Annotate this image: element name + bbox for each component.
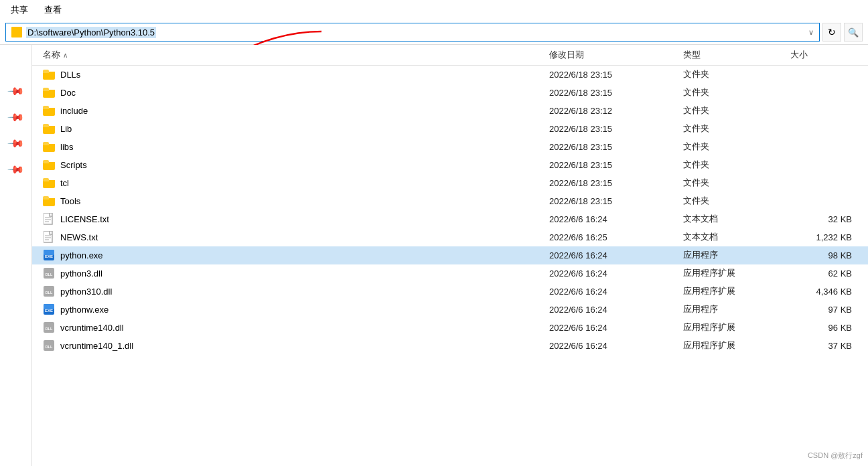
table-row[interactable]: DLL vcruntime140.dll 2022/6/6 16:24 应用程序…: [32, 319, 868, 337]
file-type: 文件夹: [683, 195, 790, 207]
column-header-name[interactable]: 名称 ∧: [43, 49, 549, 61]
table-row[interactable]: DLL vcruntime140_1.dll 2022/6/6 16:24 应用…: [32, 337, 868, 355]
svg-text:DLL: DLL: [46, 327, 53, 331]
file-type: 文件夹: [683, 68, 790, 80]
table-row[interactable]: EXE python.exe 2022/6/6 16:24 应用程序 98 KB: [32, 246, 868, 264]
column-header-size[interactable]: 大小: [790, 49, 857, 61]
menu-bar: 共享 查看: [0, 0, 868, 20]
svg-text:EXE: EXE: [45, 254, 53, 258]
refresh-icon: ↻: [828, 27, 836, 37]
file-date: 2022/6/6 16:24: [549, 305, 683, 315]
sort-arrow-icon: ∧: [63, 52, 68, 59]
svg-text:DLL: DLL: [46, 291, 53, 295]
file-name-cell: EXE python.exe: [43, 249, 549, 261]
file-list-container[interactable]: 名称 ∧ 修改日期 类型 大小 DLLs 2022/6/18 23:15: [32, 45, 868, 466]
table-row[interactable]: DLLs 2022/6/18 23:15 文件夹: [32, 66, 868, 84]
file-type: 文件夹: [683, 159, 790, 171]
file-size: 37 KB: [790, 341, 857, 351]
svg-text:DLL: DLL: [46, 273, 53, 277]
file-size: 97 KB: [790, 305, 857, 315]
file-date: 2022/6/6 16:24: [549, 214, 683, 224]
chevron-down-icon[interactable]: ∨: [808, 28, 814, 37]
file-date: 2022/6/18 23:15: [549, 142, 683, 152]
table-row[interactable]: libs 2022/6/18 23:15 文件夹: [32, 138, 868, 156]
file-name-cell: DLL python310.dll: [43, 285, 549, 297]
file-size: 98 KB: [790, 250, 857, 260]
file-type: 文件夹: [683, 177, 790, 189]
dll-file-icon: DLL: [43, 339, 55, 352]
file-name-cell: tcl: [43, 177, 549, 188]
file-name-cell: DLL vcruntime140_1.dll: [43, 339, 549, 352]
file-name-cell: NEWS.txt: [43, 231, 549, 243]
txt-file-icon: [43, 231, 55, 243]
search-icon: 🔍: [848, 27, 859, 37]
address-text: D:\software\Python\Python3.10.5: [26, 27, 156, 38]
file-type: 文件夹: [683, 104, 790, 116]
folder-icon: [43, 159, 55, 170]
table-row[interactable]: NEWS.txt 2022/6/6 16:25 文本文档 1,232 KB: [32, 228, 868, 246]
file-name: python.exe: [60, 250, 103, 260]
file-date: 2022/6/6 16:24: [549, 341, 683, 351]
file-size: 62 KB: [790, 268, 857, 279]
file-name: Doc: [60, 88, 76, 98]
file-list-header: 名称 ∧ 修改日期 类型 大小: [32, 45, 868, 66]
file-name-cell: DLLs: [43, 69, 549, 80]
file-name-cell: Lib: [43, 123, 549, 134]
table-row[interactable]: Doc 2022/6/18 23:15 文件夹: [32, 84, 868, 102]
menu-share[interactable]: 共享: [8, 3, 31, 17]
file-date: 2022/6/18 23:15: [549, 88, 683, 98]
file-name: Scripts: [60, 160, 87, 170]
column-header-date[interactable]: 修改日期: [549, 49, 683, 61]
pin-icon-3[interactable]: 📌: [7, 135, 25, 153]
file-type: 应用程序扩展: [683, 339, 790, 352]
refresh-button[interactable]: ↻: [822, 23, 841, 42]
svg-text:DLL: DLL: [46, 345, 53, 349]
column-header-type[interactable]: 类型: [683, 49, 790, 61]
file-date: 2022/6/18 23:12: [549, 106, 683, 116]
file-size: 4,346 KB: [790, 287, 857, 297]
file-size: 96 KB: [790, 323, 857, 333]
folder-icon: [43, 196, 55, 206]
file-name: vcruntime140.dll: [60, 323, 124, 333]
file-rows: DLLs 2022/6/18 23:15 文件夹 Doc 2022/6/18 2…: [32, 66, 868, 355]
file-size: 1,232 KB: [790, 232, 857, 242]
pin-icon-4[interactable]: 📌: [7, 161, 25, 179]
file-name-cell: DLL vcruntime140.dll: [43, 321, 549, 333]
file-explorer-window: 共享 查看 D:\software\Python\Python3.10.5 ∨ …: [0, 0, 868, 466]
file-name: include: [60, 106, 88, 116]
table-row[interactable]: LICENSE.txt 2022/6/6 16:24 文本文档 32 KB: [32, 210, 868, 228]
table-row[interactable]: Tools 2022/6/18 23:15 文件夹: [32, 192, 868, 210]
file-name-cell: Doc: [43, 87, 549, 98]
address-bar[interactable]: D:\software\Python\Python3.10.5 ∨: [5, 23, 820, 42]
table-row[interactable]: tcl 2022/6/18 23:15 文件夹: [32, 174, 868, 192]
exe-file-icon: EXE: [43, 249, 55, 261]
file-date: 2022/6/6 16:24: [549, 287, 683, 297]
pin-icon-1[interactable]: 📌: [7, 82, 25, 101]
search-button[interactable]: 🔍: [844, 23, 863, 42]
address-bar-row: D:\software\Python\Python3.10.5 ∨ ↻ 🔍: [0, 20, 868, 45]
txt-file-icon: [43, 213, 55, 225]
table-row[interactable]: DLL python3.dll 2022/6/6 16:24 应用程序扩展 62…: [32, 264, 868, 283]
file-type: 文本文档: [683, 213, 790, 225]
file-name-cell: include: [43, 105, 549, 116]
file-type: 应用程序扩展: [683, 285, 790, 297]
table-row[interactable]: Scripts 2022/6/18 23:15 文件夹: [32, 156, 868, 174]
exe-file-icon: EXE: [43, 303, 55, 315]
table-row[interactable]: Lib 2022/6/18 23:15 文件夹: [32, 120, 868, 138]
table-row[interactable]: DLL python310.dll 2022/6/6 16:24 应用程序扩展 …: [32, 283, 868, 301]
folder-icon: [43, 69, 55, 80]
pin-icon-2[interactable]: 📌: [7, 108, 25, 127]
file-name-cell: LICENSE.txt: [43, 213, 549, 225]
table-row[interactable]: include 2022/6/18 23:12 文件夹: [32, 102, 868, 120]
file-type: 应用程序: [683, 249, 790, 261]
file-name: libs: [60, 142, 74, 152]
file-name-cell: Tools: [43, 196, 549, 206]
menu-view[interactable]: 查看: [42, 3, 64, 17]
file-type: 应用程序扩展: [683, 267, 790, 279]
sidebar: 📌 📌 📌 📌: [0, 45, 32, 466]
table-row[interactable]: EXE pythonw.exe 2022/6/6 16:24 应用程序 97 K…: [32, 301, 868, 319]
dll-file-icon: DLL: [43, 285, 55, 297]
file-type: 应用程序: [683, 303, 790, 315]
file-type: 文本文档: [683, 231, 790, 243]
content-area: 📌 📌 📌 📌 名称 ∧ 修改日期 类型 大小: [0, 45, 868, 466]
